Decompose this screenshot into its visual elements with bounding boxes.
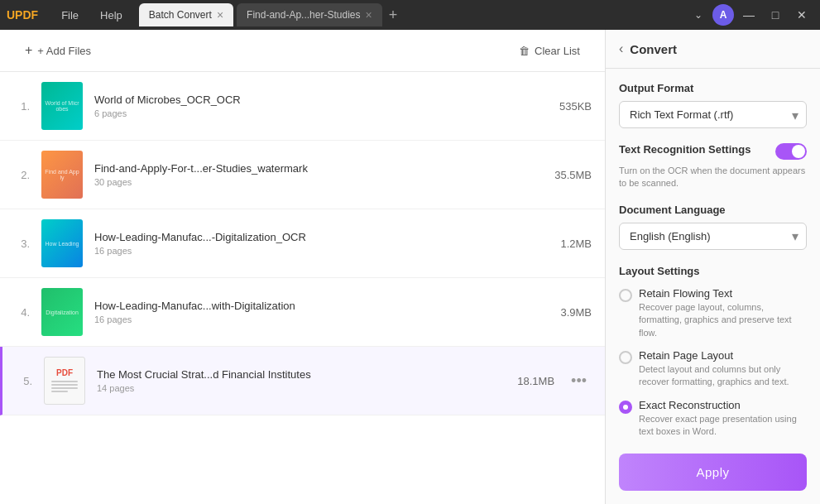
language-select-wrapper: English (English) xyxy=(619,223,807,250)
output-format-select[interactable]: Rich Text Format (.rtf) Word Document (.… xyxy=(619,101,807,128)
add-files-button[interactable]: + + Add Files xyxy=(13,38,103,63)
file-thumbnail: Find and Apply xyxy=(41,151,83,199)
list-item[interactable]: 4. Digitalization How-Leading-Manufac...… xyxy=(0,278,605,347)
file-number: 3. xyxy=(13,238,30,250)
output-format-select-wrapper: Rich Text Format (.rtf) Word Document (.… xyxy=(619,101,807,128)
list-item[interactable]: 1. World of Microbes World of Microbes_O… xyxy=(0,72,605,141)
file-name: World of Microbes_OCR_OCR xyxy=(94,94,548,106)
output-format-section: Output Format Rich Text Format (.rtf) Wo… xyxy=(619,82,807,128)
file-list: 1. World of Microbes World of Microbes_O… xyxy=(0,72,605,504)
tab-find-apply[interactable]: Find-and-Ap...her-Studies × xyxy=(237,3,382,26)
app-logo: UPDF xyxy=(7,8,38,22)
file-list-panel: + + Add Files 🗑 Clear List 1. World of M… xyxy=(0,30,605,504)
add-icon: + xyxy=(25,43,32,58)
panel-title: Convert xyxy=(630,42,677,56)
document-language-label: Document Language xyxy=(619,204,807,216)
file-name: How-Leading-Manufac...with-Digitalizatio… xyxy=(94,300,549,312)
maximize-button[interactable]: □ xyxy=(764,3,787,26)
layout-option-flowing[interactable]: Retain Flowing Text Recover page layout,… xyxy=(619,287,807,339)
text-recognition-label: Text Recognition Settings xyxy=(619,143,750,156)
file-number: 2. xyxy=(13,169,30,181)
layout-option-page[interactable]: Retain Page Layout Detect layout and col… xyxy=(619,349,807,389)
close-button[interactable]: ✕ xyxy=(790,3,813,26)
right-panel-content: Output Format Rich Text Format (.rtf) Wo… xyxy=(606,69,820,444)
right-panel: ‹ Convert Output Format Rich Text Format… xyxy=(605,30,820,504)
file-size: 18.1MB xyxy=(517,375,554,387)
title-bar: UPDF File Help Batch Convert × Find-and-… xyxy=(0,0,820,30)
file-name: The Most Crucial Strat...d Financial Ins… xyxy=(97,368,506,381)
text-recognition-desc: Turn on the OCR when the document appear… xyxy=(619,165,807,190)
file-number: 4. xyxy=(13,306,30,319)
radio-flowing[interactable] xyxy=(619,289,632,302)
menu-help[interactable]: Help xyxy=(90,6,132,25)
pdf-lines xyxy=(51,379,78,394)
radio-page[interactable] xyxy=(619,351,632,364)
tab-batch-convert-close[interactable]: × xyxy=(217,9,223,21)
file-info: World of Microbes_OCR_OCR 6 pages xyxy=(94,94,548,118)
minimize-button[interactable]: — xyxy=(737,3,760,26)
file-name: How-Leading-Manufac...-Digitalization_OC… xyxy=(94,231,549,243)
file-context-menu[interactable]: ••• xyxy=(566,369,592,393)
file-info: The Most Crucial Strat...d Financial Ins… xyxy=(97,368,506,393)
output-format-label: Output Format xyxy=(619,82,807,94)
layout-settings-label: Layout Settings xyxy=(619,265,807,277)
layout-option-exact-text: Exact Reconstruction Recover exact page … xyxy=(639,399,807,439)
file-size: 1.2MB xyxy=(560,238,592,250)
list-item[interactable]: 3. How Leading How-Leading-Manufac...-Di… xyxy=(0,209,605,278)
overflow-button[interactable]: ⌄ xyxy=(688,6,709,24)
apply-button[interactable]: Apply xyxy=(619,454,807,491)
file-thumbnail: PDF xyxy=(44,357,85,405)
file-number: 1. xyxy=(13,100,30,113)
file-pages: 16 pages xyxy=(94,314,549,324)
right-panel-header: ‹ Convert xyxy=(606,30,820,69)
pdf-label: PDF xyxy=(56,368,73,377)
file-pages: 30 pages xyxy=(94,177,543,187)
list-item[interactable]: 5. PDF The Most Crucial Strat...d Financ… xyxy=(0,347,605,415)
layout-option-flowing-text: Retain Flowing Text Recover page layout,… xyxy=(639,287,807,339)
toolbar: + + Add Files 🗑 Clear List xyxy=(0,30,605,72)
tab-find-apply-close[interactable]: × xyxy=(365,9,372,21)
file-size: 535KB xyxy=(559,100,592,113)
file-size: 3.9MB xyxy=(560,306,592,319)
file-info: Find-and-Apply-For-t...er-Studies_waterm… xyxy=(94,162,543,187)
file-thumbnail: How Leading xyxy=(41,219,83,267)
file-info: How-Leading-Manufac...-Digitalization_OC… xyxy=(94,231,549,256)
file-pages: 16 pages xyxy=(94,246,549,256)
layout-option-page-text: Retain Page Layout Detect layout and col… xyxy=(639,349,807,389)
text-recognition-toggle[interactable] xyxy=(775,143,807,160)
tab-add-button[interactable]: + xyxy=(382,7,405,24)
file-pages: 6 pages xyxy=(94,108,548,118)
tab-find-apply-label: Find-and-Ap...her-Studies xyxy=(247,9,360,21)
text-recognition-row: Text Recognition Settings xyxy=(619,143,807,160)
file-pages: 14 pages xyxy=(97,383,506,393)
file-number: 5. xyxy=(16,375,32,387)
file-thumbnail: Digitalization xyxy=(41,288,83,336)
file-size: 35.5MB xyxy=(554,169,592,181)
document-language-section: Document Language English (English) xyxy=(619,204,807,250)
back-button[interactable]: ‹ xyxy=(619,41,623,56)
text-recognition-section: Text Recognition Settings Turn on the OC… xyxy=(619,143,807,190)
list-item[interactable]: 2. Find and Apply Find-and-Apply-For-t..… xyxy=(0,141,605,209)
file-name: Find-and-Apply-For-t...er-Studies_waterm… xyxy=(94,162,543,175)
menu-bar: File Help xyxy=(51,6,132,25)
layout-settings-section: Layout Settings Retain Flowing Text Reco… xyxy=(619,265,807,439)
layout-option-exact[interactable]: Exact Reconstruction Recover exact page … xyxy=(619,399,807,439)
user-avatar[interactable]: A xyxy=(712,4,734,26)
file-info: How-Leading-Manufac...with-Digitalizatio… xyxy=(94,300,549,324)
radio-exact[interactable] xyxy=(619,401,632,414)
file-thumbnail: World of Microbes xyxy=(41,82,83,130)
language-select[interactable]: English (English) xyxy=(619,223,807,250)
tab-batch-convert[interactable]: Batch Convert × xyxy=(139,3,233,26)
tab-bar: Batch Convert × Find-and-Ap...her-Studie… xyxy=(139,3,688,26)
window-controls: ⌄ A — □ ✕ xyxy=(688,3,813,26)
app-body: + + Add Files 🗑 Clear List 1. World of M… xyxy=(0,30,820,504)
trash-icon: 🗑 xyxy=(519,45,530,57)
clear-list-button[interactable]: 🗑 Clear List xyxy=(507,40,592,62)
menu-file[interactable]: File xyxy=(51,6,89,25)
tab-batch-convert-label: Batch Convert xyxy=(149,9,212,21)
